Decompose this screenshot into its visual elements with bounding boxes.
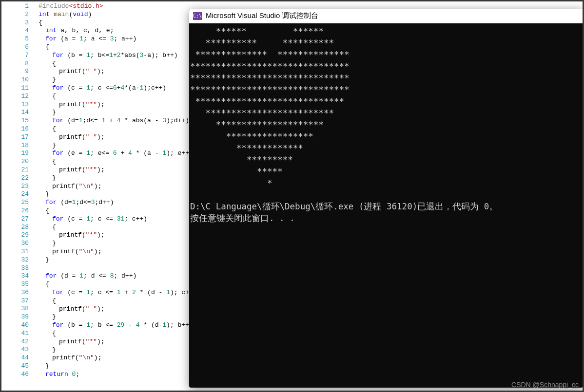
code-line[interactable]: int main(void) [39,11,92,19]
code-line[interactable]: { [45,280,49,289]
code-line[interactable]: #include<stdio.h> [39,2,103,11]
code-line[interactable]: } [52,142,56,150]
code-line[interactable]: for (e = 1; e<= 6 + 4 * (a - 1); e++) [52,149,193,158]
code-line[interactable]: { [52,297,56,305]
code-line[interactable]: for (c = 1; c <= 1 + 2 * (d - 1); c++) [52,289,197,297]
code-line[interactable]: { [52,125,56,133]
code-line[interactable]: } [52,174,56,183]
code-line[interactable]: for (b = 1; b<=1+2*abs(3-a); b++) [52,52,178,60]
code-line[interactable]: } [45,362,49,371]
code-line[interactable]: { [52,60,56,68]
code-line[interactable]: printf(" "); [59,305,105,314]
code-line[interactable]: { [52,224,56,232]
code-line[interactable]: { [52,93,56,101]
code-line[interactable]: printf("*"); [59,231,105,240]
code-line[interactable]: { [52,330,56,338]
code-line[interactable]: } [52,346,56,355]
console-output[interactable]: ****** ****** ********** ********** ****… [189,23,583,226]
code-line[interactable]: for (c = 1; c <=6+4*(a-1);c++) [52,84,166,93]
code-line[interactable]: for (a = 1; a <= 3; a++) [45,35,136,43]
code-line[interactable]: printf("\n"); [52,183,101,191]
code-line[interactable]: printf(" "); [59,133,105,142]
code-line[interactable]: { [45,207,49,215]
code-line[interactable]: { [45,43,49,52]
debug-console-window[interactable]: C:\ Microsoft Visual Studio 调试控制台 ******… [189,9,583,388]
code-line[interactable]: } [45,256,49,264]
code-line[interactable]: } [52,240,56,248]
code-line[interactable]: for (d=1;d<= 1 + 4 * abs(a - 3);d++) [52,117,189,125]
code-line[interactable]: printf("*"); [59,101,105,109]
code-line[interactable]: printf("\n"); [52,354,101,362]
code-line[interactable]: printf("*"); [59,338,105,346]
line-number-gutter: 1 2 3 4 5 6 7 8 9 10 11 12 13 14 15 16 1… [4,2,32,379]
code-line[interactable]: int a, b, c, d, e; [45,27,114,35]
code-line[interactable]: return 0; [45,371,79,379]
code-line[interactable]: } [52,313,56,321]
console-title-text: Microsoft Visual Studio 调试控制台 [206,11,318,20]
code-line[interactable]: { [52,158,56,166]
code-line[interactable]: printf(" "); [59,68,105,76]
code-line[interactable]: printf("\n"); [52,248,101,256]
code-line[interactable]: printf("*"); [59,166,105,174]
console-titlebar[interactable]: C:\ Microsoft Visual Studio 调试控制台 [189,9,583,23]
code-line[interactable]: } [45,190,49,199]
console-app-icon: C:\ [193,12,202,20]
code-line[interactable]: for (d=1;d<=3;d++) [45,199,114,207]
code-line[interactable]: } [52,109,56,117]
code-line[interactable]: for (b = 1; b <= 29 - 4 * (d-1); b++) [52,321,193,330]
code-editor[interactable]: 1 2 3 4 5 6 7 8 9 10 11 12 13 14 15 16 1… [4,1,190,391]
code-line[interactable]: for (c = 1; c <= 31; c++) [52,215,147,224]
code-line[interactable]: { [39,19,42,27]
code-line[interactable]: for (d = 1; d <= 8; d++) [45,272,136,280]
code-line[interactable]: } [52,76,56,84]
